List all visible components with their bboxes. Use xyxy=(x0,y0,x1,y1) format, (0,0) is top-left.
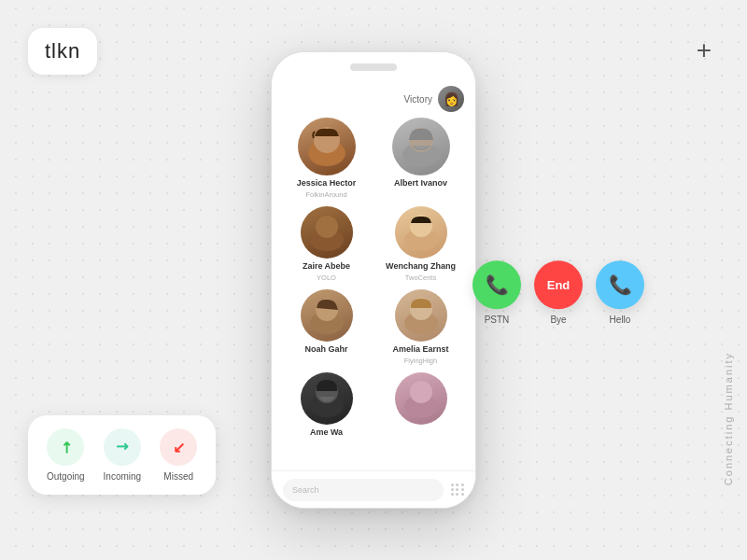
contact-amelia[interactable]: Amelia Earnst FlyingHigh xyxy=(375,289,466,365)
contact-zaire-sub: YOLO xyxy=(317,273,336,282)
incoming-icon-circle: ↙ xyxy=(104,428,141,466)
contact-wenchang-name: Wenchang Zhang xyxy=(386,261,456,271)
contact-albert-name: Albert Ivanov xyxy=(394,178,447,188)
grid-dot xyxy=(451,493,454,496)
hello-button-circle[interactable]: 📞 xyxy=(596,260,644,309)
logo-card: tlkn xyxy=(28,28,97,75)
bye-label: Bye xyxy=(550,315,566,325)
avatar-albert xyxy=(392,118,450,175)
end-icon-text: End xyxy=(547,278,571,292)
grid-dot xyxy=(456,493,458,496)
phone-mockup: Victory 👩 Jessica Hector FolkinAround xyxy=(271,51,476,509)
grid-dot xyxy=(451,488,454,491)
call-btn-end[interactable]: End Bye xyxy=(534,260,583,325)
contact-albert[interactable]: Albert Ivanov xyxy=(375,118,466,199)
header-avatar[interactable]: 👩 xyxy=(438,86,464,112)
avatar-amelia xyxy=(395,289,447,342)
missed-arrow-icon: ↙ xyxy=(173,439,185,456)
legend-missed[interactable]: ↙ Missed xyxy=(160,428,197,482)
contact-noah-name: Noah Gahr xyxy=(304,344,347,354)
contact-wenchang-sub: TwoCents xyxy=(405,273,436,282)
grid-icon[interactable] xyxy=(451,483,464,496)
contact-amelia-sub: FlyingHigh xyxy=(404,357,437,365)
phone-icon-hello: 📞 xyxy=(609,273,632,296)
call-actions-panel: 📞 PSTN End Bye 📞 Hello xyxy=(472,260,644,325)
contact-jessica-name: Jessica Hector xyxy=(297,178,357,188)
avatar-noah xyxy=(301,289,353,342)
call-btn-pstn[interactable]: 📞 PSTN xyxy=(472,260,521,325)
contact-extra[interactable] xyxy=(375,372,466,437)
legend-incoming[interactable]: ↙ Incoming xyxy=(104,428,142,482)
header-username: Victory xyxy=(404,94,432,105)
missed-label: Missed xyxy=(163,471,193,482)
contact-ame[interactable]: Ame Wa xyxy=(281,372,372,437)
grid-dot xyxy=(456,483,458,486)
search-input-mock[interactable]: Search xyxy=(283,479,444,501)
grid-dot xyxy=(451,483,454,486)
grid-dot xyxy=(461,493,464,496)
grid-dot xyxy=(461,488,464,491)
search-placeholder: Search xyxy=(292,485,319,495)
hello-label: Hello xyxy=(610,315,631,325)
contact-noah[interactable]: Noah Gahr xyxy=(281,289,372,365)
avatar-ame xyxy=(301,372,353,425)
svg-point-5 xyxy=(316,216,338,238)
contact-zaire[interactable]: Zaire Abebe YOLO xyxy=(281,206,372,282)
phone-notch xyxy=(350,63,397,71)
outgoing-icon-circle: ↗ xyxy=(47,428,84,466)
add-button[interactable]: + xyxy=(697,35,712,65)
contact-jessica[interactable]: Jessica Hector FolkinAround xyxy=(281,118,372,199)
outgoing-arrow-icon: ↗ xyxy=(55,437,77,458)
missed-icon-circle: ↙ xyxy=(160,428,197,466)
pstn-label: PSTN xyxy=(485,315,510,325)
app-logo: tlkn xyxy=(45,39,80,63)
phone-icon-pstn: 📞 xyxy=(486,273,509,296)
phone-top-bar xyxy=(272,52,475,82)
tagline: Connecting Humanity xyxy=(723,352,734,485)
end-button-circle[interactable]: End xyxy=(534,260,583,309)
contacts-grid: Jessica Hector FolkinAround Albert Ivano… xyxy=(281,118,466,437)
incoming-arrow-icon: ↙ xyxy=(112,437,134,458)
legend-card: ↗ Outgoing ↙ Incoming ↙ Missed xyxy=(28,415,216,495)
avatar-wenchang xyxy=(395,206,447,259)
call-btn-hello[interactable]: 📞 Hello xyxy=(596,260,644,325)
contact-ame-name: Ame Wa xyxy=(310,427,343,437)
header-row: Victory 👩 xyxy=(281,82,466,118)
legend-outgoing[interactable]: ↗ Outgoing xyxy=(47,428,85,482)
svg-point-15 xyxy=(410,381,432,403)
incoming-label: Incoming xyxy=(104,471,142,482)
phone-search-bar: Search xyxy=(272,470,475,508)
grid-dot xyxy=(461,483,464,486)
outgoing-label: Outgoing xyxy=(47,471,85,482)
contact-wenchang[interactable]: Wenchang Zhang TwoCents xyxy=(375,206,466,282)
contact-jessica-sub: FolkinAround xyxy=(305,190,346,199)
avatar-zaire xyxy=(301,206,353,259)
pstn-button-circle[interactable]: 📞 xyxy=(472,260,521,309)
avatar-extra xyxy=(395,372,447,425)
avatar-jessica xyxy=(298,118,356,175)
contact-amelia-name: Amelia Earnst xyxy=(392,344,448,354)
phone-content: Victory 👩 Jessica Hector FolkinAround xyxy=(272,82,475,470)
contact-zaire-name: Zaire Abebe xyxy=(303,261,350,271)
grid-dot xyxy=(456,488,458,491)
